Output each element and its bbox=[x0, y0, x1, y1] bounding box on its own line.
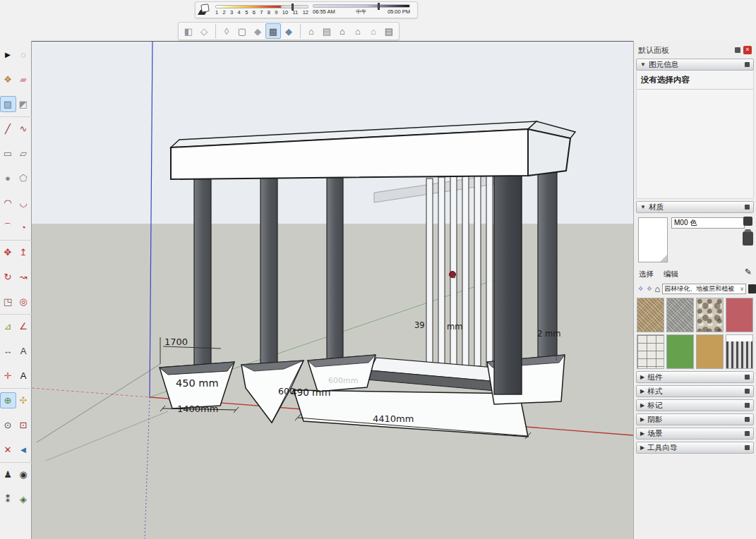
close-section-icon[interactable] bbox=[745, 389, 750, 394]
column-3[interactable] bbox=[327, 169, 343, 362]
material-preview[interactable] bbox=[638, 217, 668, 262]
home-icon[interactable]: ⌂ bbox=[654, 284, 660, 294]
close-section-icon[interactable] bbox=[745, 62, 750, 67]
monochrome-style-icon[interactable]: ◆ bbox=[281, 23, 296, 39]
pin-icon[interactable] bbox=[735, 47, 740, 53]
eyedropper-icon[interactable]: ✐ bbox=[743, 268, 752, 275]
close-section-icon[interactable] bbox=[745, 403, 750, 408]
collapsed-section-header[interactable]: ▶ 组件 bbox=[636, 371, 754, 383]
section-plane-tool[interactable]: ◈ bbox=[16, 492, 31, 507]
column-2[interactable] bbox=[260, 172, 277, 368]
shaded-style-icon[interactable]: ◆ bbox=[250, 23, 265, 39]
three-point-arc-tool[interactable]: ⌒ bbox=[1, 220, 16, 235]
back-edges-style-icon[interactable]: ◇ bbox=[196, 23, 212, 39]
tab-select[interactable]: 选择 bbox=[639, 270, 654, 279]
rotated-rectangle-tool[interactable]: ▱ bbox=[16, 146, 31, 161]
material-metal-fence[interactable] bbox=[726, 334, 753, 369]
collapsed-section-header[interactable]: ▶ 场景 bbox=[636, 428, 754, 440]
close-section-icon[interactable] bbox=[745, 431, 750, 436]
shadow-date-slider[interactable]: 123456789101112 bbox=[215, 5, 308, 16]
iso-view-icon[interactable]: ⌂ bbox=[300, 23, 319, 39]
material-pavers[interactable] bbox=[637, 334, 664, 369]
left-view-icon[interactable]: ▤ bbox=[381, 23, 397, 39]
hidden-line-style-icon[interactable]: ▢ bbox=[234, 23, 250, 39]
secondary-pane-icon[interactable] bbox=[743, 217, 752, 226]
forward-arrow-icon[interactable]: ✧ bbox=[646, 284, 652, 293]
lasso-tool[interactable]: ◌ bbox=[16, 47, 31, 62]
time-slider-handle[interactable] bbox=[378, 3, 380, 10]
tape-measure-tool[interactable]: ⊿ bbox=[1, 319, 16, 334]
shadow-toggle-icon[interactable] bbox=[198, 4, 211, 16]
move-tool[interactable]: ✥ bbox=[1, 245, 16, 260]
3d-text-tool[interactable]: A bbox=[16, 368, 31, 383]
create-material-icon[interactable] bbox=[743, 231, 753, 246]
walk-tool[interactable]: ⁑ bbox=[1, 492, 16, 507]
model-viewport[interactable]: 1700 450 mm 1400mm 600mm 600 490 mm 4410… bbox=[32, 41, 633, 539]
close-section-icon[interactable] bbox=[745, 417, 750, 422]
collapsed-section-header[interactable]: ▶ 标记 bbox=[636, 399, 754, 411]
material-grass-green[interactable] bbox=[666, 334, 694, 369]
materials-header[interactable]: ▼ 材质 bbox=[636, 201, 754, 213]
shaded-textures-style-icon[interactable]: ▩ bbox=[265, 23, 281, 39]
model-canvas[interactable]: 1700 450 mm 1400mm 600mm 600 490 mm 4410… bbox=[32, 42, 633, 539]
zoom-extents-tool[interactable]: ✕ bbox=[1, 442, 16, 457]
material-rose[interactable] bbox=[726, 298, 753, 332]
scale-tool[interactable]: ◳ bbox=[1, 294, 16, 309]
back-arrow-icon[interactable]: ✧ bbox=[637, 284, 644, 293]
circle-tool[interactable]: ● bbox=[1, 171, 16, 186]
rectangle-tool[interactable]: ▭ bbox=[1, 146, 16, 161]
material-tan[interactable] bbox=[696, 334, 724, 369]
back-view-icon[interactable]: ⌂ bbox=[366, 23, 381, 39]
two-point-arc-tool[interactable]: ◡ bbox=[16, 195, 31, 210]
pie-tool[interactable]: ◔ bbox=[16, 220, 31, 235]
rotate-tool[interactable]: ↻ bbox=[1, 270, 16, 284]
close-section-icon[interactable] bbox=[745, 205, 750, 210]
top-view-icon[interactable]: ▤ bbox=[319, 23, 335, 39]
front-view-icon[interactable]: ⌂ bbox=[335, 23, 350, 39]
entity-info-header[interactable]: ▼ 图元信息 bbox=[636, 59, 754, 71]
pan-tool[interactable]: ✣ bbox=[16, 393, 31, 408]
tray-titlebar[interactable]: 默认面板 × bbox=[636, 44, 754, 56]
polygon-tool[interactable]: ⬠ bbox=[16, 171, 31, 186]
shadow-time-slider[interactable]: 06:55 AM 中午 05:00 PM bbox=[313, 4, 410, 16]
zoom-tool[interactable]: ⊙ bbox=[1, 418, 16, 432]
position-camera-tool[interactable]: ♟ bbox=[1, 467, 16, 482]
text-tool[interactable]: A bbox=[16, 344, 31, 358]
collapsed-section-header[interactable]: ▶ 工具向导 bbox=[636, 442, 754, 454]
material-gray-gravel[interactable] bbox=[666, 298, 694, 332]
orbit-tool[interactable]: ⊕ bbox=[1, 393, 16, 408]
xray-style-icon[interactable]: ◧ bbox=[181, 23, 196, 39]
material-sand-gravel[interactable] bbox=[637, 298, 664, 332]
close-section-icon[interactable] bbox=[745, 445, 750, 450]
details-icon[interactable] bbox=[748, 284, 756, 293]
previous-view-tool[interactable]: ◄ bbox=[16, 442, 31, 457]
line-tool[interactable]: ╱ bbox=[1, 121, 16, 136]
look-around-tool[interactable]: ◉ bbox=[16, 467, 31, 482]
column-4[interactable] bbox=[494, 168, 522, 394]
material-river-rock[interactable] bbox=[696, 298, 724, 332]
offset-tool[interactable]: ◎ bbox=[16, 294, 31, 309]
wireframe-style-icon[interactable]: ◊ bbox=[215, 23, 234, 39]
date-slider-handle[interactable] bbox=[292, 4, 294, 11]
select-tool[interactable]: ► bbox=[1, 47, 16, 62]
material-name-input[interactable] bbox=[671, 217, 745, 229]
tab-edit[interactable]: 编辑 bbox=[664, 270, 678, 279]
protractor-tool[interactable]: ∠ bbox=[16, 319, 31, 334]
dimension-tool[interactable]: ↔ bbox=[1, 344, 16, 358]
eraser-tool[interactable]: ▰ bbox=[16, 72, 31, 87]
collapsed-section-header[interactable]: ▶ 样式 bbox=[636, 385, 754, 397]
push-pull-tool[interactable]: ↥ bbox=[16, 245, 31, 260]
close-tray-icon[interactable]: × bbox=[743, 46, 752, 54]
close-section-icon[interactable] bbox=[745, 375, 750, 380]
freehand-tool[interactable]: ∿ bbox=[16, 121, 31, 136]
make-component-tool[interactable]: ❖ bbox=[1, 72, 16, 87]
tag-tool[interactable]: ◩ bbox=[16, 97, 31, 111]
collapsed-section-header[interactable]: ▶ 阴影 bbox=[636, 413, 754, 425]
follow-me-tool[interactable]: ↝ bbox=[16, 270, 31, 284]
axes-tool[interactable]: ✛ bbox=[1, 368, 16, 383]
arc-tool[interactable]: ◠ bbox=[1, 195, 16, 210]
material-category-dropdown[interactable]: 园林绿化、地被层和植被 ∨ bbox=[662, 284, 746, 294]
column-1[interactable] bbox=[194, 175, 211, 365]
right-view-icon[interactable]: ⌂ bbox=[350, 23, 366, 39]
zoom-window-tool[interactable]: ⊡ bbox=[16, 418, 31, 432]
